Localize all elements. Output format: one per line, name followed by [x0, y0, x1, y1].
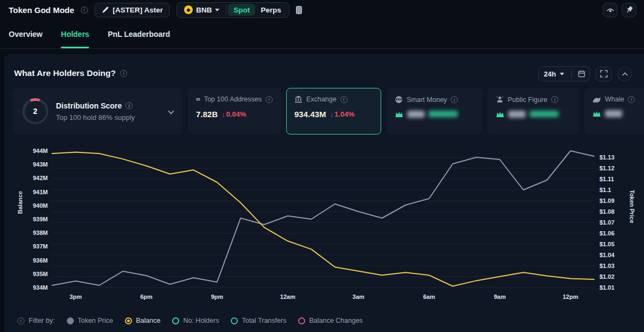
svg-text:$1.13: $1.13: [599, 154, 615, 161]
card-public-figure[interactable]: Public Figure: [488, 88, 579, 135]
card-title: Top 100 Addresses: [204, 95, 262, 103]
info-icon[interactable]: [451, 96, 458, 103]
info-icon[interactable]: [628, 96, 635, 103]
card-value: 7.82B: [196, 110, 218, 119]
card-exchange[interactable]: Exchange 934.43M 1.04%: [286, 88, 381, 135]
tab-holders[interactable]: Holders: [61, 20, 89, 48]
card-title: Public Figure: [508, 96, 547, 104]
chain-select[interactable]: ◆ BNB: [179, 5, 224, 14]
stat-cards-row: 2 Distribution Score Top 100 hold 86% su…: [13, 88, 644, 135]
left-axis-title: Balance: [17, 191, 23, 214]
watch-button[interactable]: [603, 3, 617, 17]
down-arrow-icon: [222, 110, 225, 118]
svg-text:$1.11: $1.11: [599, 176, 614, 182]
chevron-down-icon: [215, 9, 219, 11]
chevron-down-icon[interactable]: [168, 108, 174, 114]
divider: [226, 5, 226, 15]
svg-text:942M: 942M: [33, 175, 48, 181]
filter-balance[interactable]: Balance: [125, 317, 160, 324]
eye-icon: [606, 5, 615, 14]
fullscreen-icon: [600, 70, 608, 78]
info-icon[interactable]: [340, 96, 348, 103]
info-icon[interactable]: [81, 7, 88, 14]
timeframe-value: 24h: [544, 70, 556, 78]
mobile-icon[interactable]: [296, 6, 302, 14]
tab-perps[interactable]: Perps: [255, 4, 287, 16]
info-icon[interactable]: [266, 96, 273, 103]
filter-total-transfers[interactable]: Total Transfers: [231, 317, 286, 324]
svg-text:940M: 940M: [33, 202, 48, 209]
bnb-coin-icon: ◆: [184, 5, 193, 14]
crown-icon: [592, 110, 601, 117]
card-smart-money[interactable]: Smart Money: [387, 88, 482, 135]
collapse-button[interactable]: [617, 67, 632, 81]
score-gauge: 2: [22, 98, 48, 124]
card-whale[interactable]: Whale: [584, 88, 644, 135]
svg-text:$1.08: $1.08: [599, 208, 615, 215]
pin-button[interactable]: [622, 3, 636, 17]
svg-text:941M: 941M: [33, 189, 48, 195]
series-token-price: [52, 151, 594, 285]
card-subtitle: Top 100 hold 86% supply: [56, 113, 161, 122]
radio-filled-icon: [67, 317, 74, 324]
svg-text:937M: 937M: [33, 243, 48, 250]
crown-icon: [395, 110, 403, 118]
svg-text:$1.05: $1.05: [599, 241, 615, 247]
radio-selected-icon: [125, 317, 132, 324]
tab-pnl-leaderboard[interactable]: PnL Leaderboard: [108, 20, 170, 48]
cash-icon: [196, 95, 200, 103]
obscured-value: [508, 111, 526, 118]
card-distribution-score[interactable]: 2 Distribution Score Top 100 hold 86% su…: [13, 88, 182, 135]
crown-icon: [496, 110, 504, 118]
svg-text:$1.09: $1.09: [599, 197, 615, 204]
card-top100-addresses[interactable]: Top 100 Addresses 7.82B 0.04%: [188, 88, 281, 135]
whale-icon: [592, 95, 601, 103]
timeframe-group: 24h: [538, 66, 590, 81]
down-arrow-icon: [330, 110, 333, 118]
timeframe-select[interactable]: 24h: [539, 70, 570, 78]
card-change: 0.04%: [226, 110, 247, 118]
chain-label: BNB: [196, 6, 212, 14]
panel-title: What Are Holders Doing?: [14, 68, 116, 78]
tab-spot[interactable]: Spot: [228, 4, 255, 16]
svg-text:6pm: 6pm: [140, 293, 153, 300]
filter-token-price[interactable]: Token Price: [67, 317, 113, 324]
filter-balance-changes[interactable]: Balance Changes: [298, 317, 363, 324]
info-icon[interactable]: [125, 102, 132, 109]
svg-text:935M: 935M: [33, 271, 48, 277]
info-icon[interactable]: [17, 317, 24, 324]
card-title: Smart Money: [407, 96, 447, 104]
radio-icon: [298, 317, 305, 324]
tab-overview[interactable]: Overview: [9, 20, 42, 48]
svg-text:934M: 934M: [33, 284, 48, 291]
svg-text:938M: 938M: [33, 229, 48, 236]
info-icon[interactable]: [120, 70, 127, 77]
calendar-icon: [578, 70, 585, 78]
filter-option-label: Token Price: [78, 317, 113, 324]
pencil-icon: [102, 6, 109, 14]
holders-chart[interactable]: $1.13$1.12$1.11$1.1$1.09$1.08$1.07$1.06$…: [4, 140, 644, 303]
obscured-change: [428, 111, 458, 117]
svg-text:943M: 943M: [33, 161, 48, 168]
token-select-button[interactable]: [ASTER] Aster: [94, 3, 171, 17]
info-icon[interactable]: [551, 96, 558, 103]
obscured-change: [529, 111, 559, 117]
fullscreen-button[interactable]: [596, 67, 612, 81]
obscured-value: [407, 111, 425, 118]
ninja-icon: [395, 95, 403, 104]
svg-text:$1.04: $1.04: [599, 252, 615, 258]
svg-text:$1.01: $1.01: [599, 284, 615, 291]
divider: [571, 69, 572, 79]
person-icon: [496, 95, 504, 104]
card-change: 1.04%: [334, 110, 355, 118]
app-title: Token God Mode: [9, 5, 74, 15]
filter-option-label: No: Holders: [183, 317, 219, 324]
calendar-button[interactable]: [573, 66, 590, 81]
filter-no-holders[interactable]: No: Holders: [172, 317, 219, 324]
svg-text:$1.1: $1.1: [599, 187, 611, 193]
chevron-up-icon: [622, 72, 628, 76]
filter-option-label: Balance Changes: [309, 317, 363, 324]
right-axis-title: Token Price: [629, 190, 635, 224]
filter-bar: Filter by: Token Price Balance No: Holde…: [17, 317, 363, 324]
market-group: ◆ BNB Spot Perps: [176, 2, 289, 18]
